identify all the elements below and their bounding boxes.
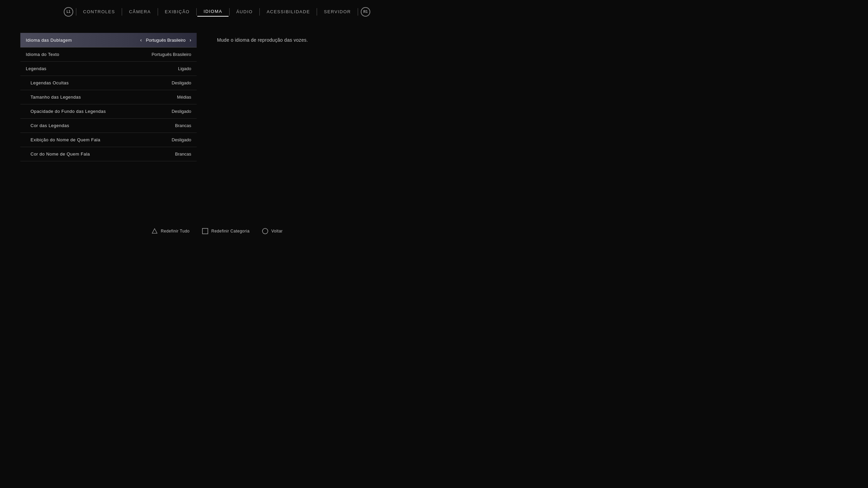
nav-separator-2 [122, 8, 122, 16]
voltar-action[interactable]: Voltar [262, 228, 283, 235]
svg-point-2 [262, 228, 268, 234]
nav-item-audio[interactable]: ÁUDIO [230, 7, 259, 16]
setting-row-legendas[interactable]: Legendas Ligado [20, 62, 197, 76]
main-content: Idioma das Dublagem ‹ Português Brasilei… [0, 23, 434, 171]
setting-label-idioma-texto: Idioma do Texto [26, 52, 59, 57]
nav-item-servidor[interactable]: SERVIDOR [318, 7, 357, 16]
nav-separator-7 [317, 8, 317, 16]
nav-separator-8 [358, 8, 358, 16]
setting-label-opacidade-fundo: Opacidade do Fundo das Legendas [31, 109, 106, 114]
redefinir-categoria-action[interactable]: Redefinir Categoria [202, 228, 250, 235]
setting-label-legendas: Legendas [26, 66, 46, 71]
nav-item-idioma[interactable]: IDIOMA [197, 7, 228, 17]
setting-value-text: Português Brasileiro [146, 38, 185, 43]
setting-value-text: Brancas [175, 151, 191, 157]
setting-label-tamanho-legendas: Tamanho das Legendas [31, 95, 81, 100]
setting-row-idioma-texto[interactable]: Idioma do Texto Português Brasileiro [20, 47, 197, 62]
nav-item-camera[interactable]: CÂMERA [123, 7, 157, 16]
setting-value-tamanho-legendas: Médias [177, 95, 191, 100]
nav-separator-5 [229, 8, 230, 16]
setting-label-legendas-ocultas: Legendas Ocultas [31, 80, 69, 85]
l1-button[interactable]: L1 [64, 7, 73, 17]
voltar-label: Voltar [271, 229, 283, 233]
arrow-left-icon[interactable]: ‹ [140, 37, 142, 43]
setting-label-cor-legendas: Cor das Legendas [31, 123, 69, 128]
setting-row-cor-nome[interactable]: Cor do Nome de Quem Fala Brancas [20, 147, 197, 161]
circle-icon [262, 228, 269, 235]
arrow-right-icon[interactable]: › [190, 37, 191, 43]
setting-value-text: Brancas [175, 123, 191, 128]
description-panel: Mude o idioma de reprodução das vozes. [217, 33, 414, 161]
setting-row-opacidade-fundo[interactable]: Opacidade do Fundo das Legendas Desligad… [20, 104, 197, 119]
setting-value-text: Português Brasileiro [152, 52, 191, 57]
setting-value-opacidade-fundo: Desligado [172, 109, 191, 114]
nav-separator-3 [158, 8, 158, 16]
setting-row-cor-legendas[interactable]: Cor das Legendas Brancas [20, 119, 197, 133]
setting-label-exibicao-nome: Exibição do Nome de Quem Fala [31, 137, 100, 142]
nav-item-exibicao[interactable]: EXIBIÇÃO [159, 7, 196, 16]
setting-value-text: Ligado [178, 66, 191, 71]
bottom-action-bar: Redefinir Tudo Redefinir Categoria Volta… [0, 228, 434, 235]
setting-value-legendas: Ligado [178, 66, 191, 71]
setting-label-idioma-dublagem: Idioma das Dublagem [26, 38, 72, 43]
setting-value-idioma-dublagem: ‹ Português Brasileiro › [140, 37, 191, 43]
nav-separator-6 [259, 8, 260, 16]
setting-row-idioma-dublagem[interactable]: Idioma das Dublagem ‹ Português Brasilei… [20, 33, 197, 47]
setting-value-legendas-ocultas: Desligado [172, 80, 191, 85]
settings-list: Idioma das Dublagem ‹ Português Brasilei… [20, 33, 197, 161]
setting-row-legendas-ocultas[interactable]: Legendas Ocultas Desligado [20, 76, 197, 90]
r1-button[interactable]: R1 [361, 7, 370, 17]
square-icon [202, 228, 209, 235]
redefinir-categoria-label: Redefinir Categoria [211, 229, 250, 233]
setting-value-text: Médias [177, 95, 191, 100]
nav-separator-1 [76, 8, 76, 16]
nav-separator-4 [196, 8, 197, 16]
nav-item-acessibilidade[interactable]: ACESSIBILIDADE [260, 7, 316, 16]
svg-marker-0 [152, 229, 157, 233]
setting-label-cor-nome: Cor do Nome de Quem Fala [31, 151, 90, 157]
top-navigation: L1 CONTROLES CÂMERA EXIBIÇÃO IDIOMA ÁUDI… [0, 0, 434, 23]
setting-value-text: Desligado [172, 109, 191, 114]
nav-item-controles[interactable]: CONTROLES [77, 7, 121, 16]
setting-value-text: Desligado [172, 137, 191, 142]
setting-value-exibicao-nome: Desligado [172, 137, 191, 142]
setting-row-exibicao-nome[interactable]: Exibição do Nome de Quem Fala Desligado [20, 133, 197, 147]
setting-value-idioma-texto: Português Brasileiro [152, 52, 191, 57]
setting-value-cor-nome: Brancas [175, 151, 191, 157]
redefinir-tudo-action[interactable]: Redefinir Tudo [151, 228, 190, 235]
triangle-icon [151, 228, 158, 235]
svg-rect-1 [202, 228, 208, 234]
redefinir-tudo-label: Redefinir Tudo [161, 229, 190, 233]
setting-value-cor-legendas: Brancas [175, 123, 191, 128]
description-text: Mude o idioma de reprodução das vozes. [217, 36, 414, 44]
setting-row-tamanho-legendas[interactable]: Tamanho das Legendas Médias [20, 90, 197, 104]
setting-value-text: Desligado [172, 80, 191, 85]
